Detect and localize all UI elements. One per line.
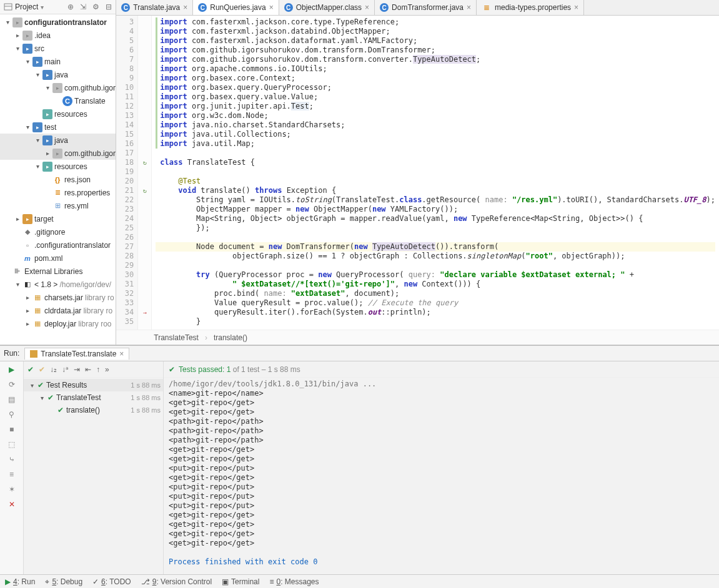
test-row[interactable]: ✔ translate()1 s 88 ms bbox=[24, 404, 163, 416]
tree-row[interactable]: ▾▸configurationtranslator bbox=[0, 16, 116, 29]
tree-row[interactable]: ▸▦deploy.jar library roo bbox=[0, 317, 116, 330]
tree-row[interactable]: ▸▸resources bbox=[0, 107, 116, 120]
close-icon[interactable]: × bbox=[119, 350, 124, 358]
close-icon[interactable]: × bbox=[365, 3, 369, 12]
tree-row[interactable]: ▸{}res.json bbox=[0, 173, 116, 186]
tree-row[interactable]: ▾◧< 1.8 > /home/igor/dev/ bbox=[0, 278, 116, 291]
dropdown-icon[interactable]: ▾ bbox=[41, 4, 44, 11]
chevron-right-icon[interactable]: ▸ bbox=[44, 150, 51, 157]
run-tab-label: TranslateTest.translate bbox=[41, 350, 116, 358]
rerun-icon[interactable]: ▶ bbox=[9, 365, 14, 374]
editor-tabs: CTranslate.java×CRunQueries.java×CObject… bbox=[116, 0, 719, 16]
status-item[interactable]: ▣Terminal bbox=[222, 577, 259, 586]
chevron-down-icon[interactable]: ▾ bbox=[24, 58, 31, 65]
gear-icon[interactable]: ⚙ bbox=[92, 2, 99, 11]
tab[interactable]: ≣media-types.properties× bbox=[477, 0, 584, 15]
chevron-down-icon[interactable]: ▾ bbox=[34, 71, 41, 78]
collapse-all-icon[interactable]: ⇤ bbox=[85, 365, 91, 374]
tree-label: Translate bbox=[74, 97, 106, 105]
props-icon: ≣ bbox=[482, 2, 492, 12]
close-icon[interactable]: × bbox=[467, 3, 471, 12]
tree-row[interactable]: ▸▸.idea bbox=[0, 29, 116, 42]
chevron-down-icon[interactable]: ▾ bbox=[34, 163, 41, 170]
tab[interactable]: CRunQueries.java× bbox=[193, 0, 279, 15]
dump-icon[interactable]: ⬚ bbox=[8, 440, 15, 449]
tree-row[interactable]: ▾▸src bbox=[0, 42, 116, 55]
sort-alpha-icon[interactable]: ↓ᵃ bbox=[62, 365, 69, 374]
chevron-down-icon[interactable]: ▾ bbox=[4, 19, 11, 26]
chevron-down-icon[interactable]: ▾ bbox=[34, 137, 41, 144]
tab[interactable]: CDomTransformer.java× bbox=[375, 0, 477, 15]
folder-icon: ▸ bbox=[22, 44, 32, 54]
gutter[interactable]: 3456789101112131415161718192021222324252… bbox=[116, 16, 138, 330]
stop-icon[interactable]: ■ bbox=[9, 425, 14, 434]
tree-row[interactable]: ▸▸com.github.igor bbox=[0, 147, 116, 160]
tree-row[interactable]: ▾▸com.github.igor bbox=[0, 81, 116, 94]
sort-icon[interactable]: ↓₂ bbox=[50, 365, 57, 374]
ignored-filter-icon[interactable]: ✔ bbox=[39, 365, 45, 374]
chevron-right-icon[interactable]: ▸ bbox=[24, 320, 31, 327]
run-tab[interactable]: TranslateTest.translate × bbox=[24, 348, 129, 360]
tree-row[interactable]: ▸▦cldrdata.jar library ro bbox=[0, 304, 116, 317]
close-icon[interactable]: ✕ bbox=[9, 500, 15, 509]
test-row[interactable]: ▾✔ Test Results1 s 88 ms bbox=[24, 379, 163, 391]
close-icon[interactable]: × bbox=[574, 3, 578, 12]
test-row[interactable]: ▾✔ TranslateTest1 s 88 ms bbox=[24, 391, 163, 404]
tree-row[interactable]: ▾▸resources bbox=[0, 160, 116, 173]
chevron-right-icon[interactable]: ▸ bbox=[24, 307, 31, 314]
breadcrumb-item[interactable]: translate() bbox=[214, 333, 247, 342]
close-icon[interactable]: × bbox=[269, 3, 274, 12]
tree-row[interactable]: ▸mpom.xml bbox=[0, 252, 116, 265]
chevron-down-icon[interactable]: ▾ bbox=[24, 124, 31, 130]
up-icon[interactable]: ↑ bbox=[96, 365, 100, 374]
pin-icon[interactable]: ⚲ bbox=[9, 410, 14, 419]
tree-row[interactable]: ▾▸java bbox=[0, 68, 116, 81]
folder-icon: ▸ bbox=[42, 135, 52, 145]
test-tree[interactable]: ▾✔ Test Results1 s 88 ms▾✔ TranslateTest… bbox=[24, 378, 163, 418]
settings-icon[interactable]: ≡ bbox=[9, 470, 14, 479]
toggle-icon[interactable]: ⟳ bbox=[9, 380, 15, 389]
tree-row[interactable]: ▾▸main bbox=[0, 55, 116, 68]
console-output[interactable]: /home/igor/dev/tools/jdk1.8.0_131/bin/ja… bbox=[164, 378, 719, 574]
code-viewport[interactable]: import com.fasterxml.jackson.core.type.T… bbox=[152, 16, 719, 330]
collapse-icon[interactable]: ⊟ bbox=[106, 2, 112, 11]
chevron-down-icon[interactable]: ▾ bbox=[44, 84, 51, 91]
tab[interactable]: CObjectMapper.class× bbox=[279, 0, 375, 15]
breadcrumb[interactable]: TranslateTest › translate() bbox=[116, 330, 719, 345]
tree-row[interactable]: ▸≣res.properties bbox=[0, 186, 116, 199]
chevron-right-icon[interactable]: ▸ bbox=[14, 215, 21, 222]
chevron-right-icon[interactable]: ▸ bbox=[24, 294, 31, 301]
chevron-right-icon[interactable]: ▸ bbox=[14, 32, 21, 39]
tree-row[interactable]: ▸▸target bbox=[0, 212, 116, 225]
tab[interactable]: CTranslate.java× bbox=[116, 0, 193, 15]
expand-icon[interactable]: ⇲ bbox=[80, 2, 86, 11]
exit-icon[interactable]: ⤷ bbox=[9, 455, 15, 464]
tree-row[interactable]: ▸CTranslate bbox=[0, 94, 116, 107]
chevron-down-icon[interactable]: ▾ bbox=[14, 45, 21, 52]
close-icon[interactable]: × bbox=[183, 3, 187, 12]
clear-icon[interactable]: ✶ bbox=[9, 485, 15, 494]
tree-row[interactable]: ▾▸java bbox=[0, 134, 116, 147]
status-item[interactable]: ⎇9: Version Control bbox=[141, 577, 212, 586]
breadcrumb-item[interactable]: TranslateTest bbox=[154, 333, 199, 342]
status-item[interactable]: ≡0: Messages bbox=[269, 577, 319, 586]
tree-row[interactable]: ▸▦charsets.jar library ro bbox=[0, 291, 116, 304]
tree-row[interactable]: ▸▫.configurationtranslator bbox=[0, 238, 116, 252]
status-item[interactable]: ▶4: Run bbox=[5, 577, 35, 586]
tree-row[interactable]: ▾▸test bbox=[0, 120, 116, 134]
expand-all-icon[interactable]: ⇥ bbox=[74, 365, 80, 374]
status-item[interactable]: ⌖5: Debug bbox=[45, 577, 82, 586]
chevron-down-icon[interactable]: ▾ bbox=[14, 281, 21, 288]
layout-icon[interactable]: ▤ bbox=[8, 395, 15, 404]
passed-filter-icon[interactable]: ✔ bbox=[27, 365, 34, 374]
tree-row[interactable]: ▸◆.gitignore bbox=[0, 225, 116, 238]
tree-row[interactable]: ▸⊪External Libraries bbox=[0, 265, 116, 278]
target-icon[interactable]: ⊕ bbox=[67, 2, 74, 11]
console-header: ✔ Tests passed: 1 of 1 test – 1 s 88 ms bbox=[164, 361, 719, 378]
status-item[interactable]: ✓6: TODO bbox=[92, 577, 131, 586]
tree-label: java bbox=[54, 71, 68, 79]
tree-row[interactable]: ▸⊞res.yml bbox=[0, 199, 116, 212]
more-icon[interactable]: » bbox=[105, 365, 109, 374]
tests-passed-label: Tests passed: 1 bbox=[179, 365, 231, 374]
project-tree[interactable]: ▾▸configurationtranslator▸▸.idea▾▸src▾▸m… bbox=[0, 14, 116, 345]
